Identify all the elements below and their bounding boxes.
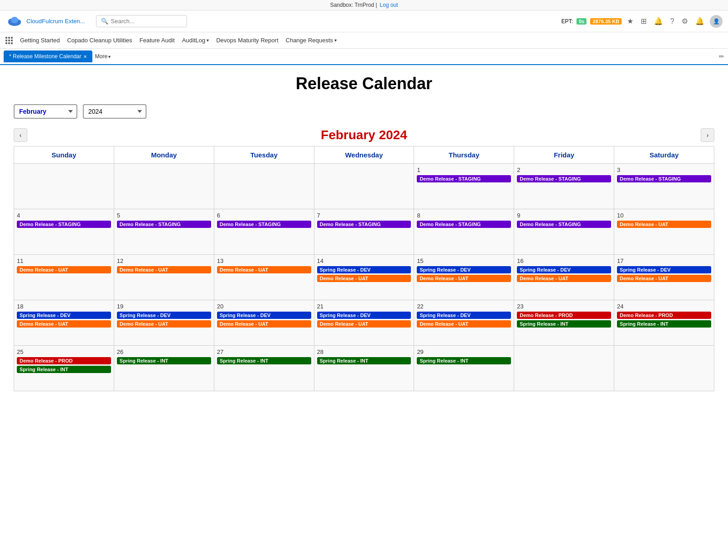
event-pill[interactable]: Demo Release - UAT — [317, 320, 411, 328]
tab-more-chevron: ▾ — [108, 54, 111, 59]
event-pill[interactable]: Spring Release - DEV — [417, 266, 511, 273]
event-pill[interactable]: Demo Release - STAGING — [517, 175, 611, 182]
event-pill[interactable]: Demo Release - STAGING — [617, 175, 711, 182]
nav-right: EPT: 0s 2876.35 KB ★ ⊞ 🔔 ? ⚙ 🔔 👤 — [561, 15, 723, 28]
day-number: 1 — [417, 166, 511, 173]
weekday-header: Monday — [114, 146, 214, 164]
settings-icon[interactable]: ⚙ — [680, 16, 690, 26]
event-pill[interactable]: Demo Release - UAT — [217, 266, 311, 273]
day-number: 14 — [317, 257, 411, 264]
page-title: Release Calendar — [14, 74, 714, 93]
day-number: 13 — [217, 257, 311, 264]
calendar-cell: 21Spring Release - DEVDemo Release - UAT — [314, 300, 414, 346]
event-pill[interactable]: Demo Release - UAT — [117, 266, 211, 273]
event-pill[interactable]: Spring Release - DEV — [17, 312, 111, 319]
year-select[interactable]: 20222023202420252026 — [83, 104, 147, 119]
calendar-week-row: 25Demo Release - PRODSpring Release - IN… — [14, 346, 714, 391]
logout-link[interactable]: Log out — [380, 2, 398, 8]
event-pill[interactable]: Spring Release - INT — [117, 357, 211, 364]
event-pill[interactable]: Demo Release - STAGING — [417, 221, 511, 228]
event-pill[interactable]: Demo Release - UAT — [17, 320, 111, 328]
calendar-cell: 17Spring Release - DEVDemo Release - UAT — [614, 255, 714, 300]
day-number: 29 — [417, 348, 511, 355]
day-number: 10 — [617, 212, 711, 219]
calendar-cell: 7Demo Release - STAGING — [314, 209, 414, 255]
event-pill[interactable]: Demo Release - STAGING — [317, 221, 411, 228]
day-number: 5 — [117, 212, 211, 219]
calendar-cell: 16Spring Release - DEVDemo Release - UAT — [514, 255, 614, 300]
event-pill[interactable]: Spring Release - INT — [417, 357, 511, 364]
event-pill[interactable]: Demo Release - PROD — [17, 357, 111, 364]
calendar-cell: 9Demo Release - STAGING — [514, 209, 614, 255]
event-pill[interactable]: Demo Release - UAT — [417, 320, 511, 328]
event-pill[interactable]: Demo Release - STAGING — [517, 221, 611, 228]
event-pill[interactable]: Demo Release - STAGING — [17, 221, 111, 228]
event-pill[interactable]: Spring Release - INT — [217, 357, 311, 364]
secondary-nav: Getting Started Copado Cleanup Utilities… — [0, 32, 728, 49]
tab-release-milestone[interactable]: * Release Milestone Calendar ✕ — [4, 50, 92, 62]
svg-point-3 — [11, 17, 18, 23]
next-month-button[interactable]: › — [701, 128, 714, 142]
calendar-nav: ‹ February 2024 › — [14, 128, 714, 142]
day-number: 7 — [317, 212, 411, 219]
event-pill[interactable]: Demo Release - UAT — [217, 320, 311, 328]
day-number: 26 — [117, 348, 211, 355]
event-pill[interactable]: Spring Release - DEV — [517, 266, 611, 273]
calendar-cell: 14Spring Release - DEVDemo Release - UAT — [314, 255, 414, 300]
month-select[interactable]: JanuaryFebruaryMarchAprilMayJuneJulyAugu… — [14, 104, 77, 119]
search-bar[interactable]: 🔍 — [96, 15, 187, 27]
event-pill[interactable]: Demo Release - UAT — [517, 275, 611, 282]
apps-grid-icon[interactable] — [5, 37, 13, 44]
ept-value: 0s — [576, 18, 586, 25]
event-pill[interactable]: Spring Release - INT — [617, 320, 711, 328]
nav-getting-started[interactable]: Getting Started — [20, 37, 60, 44]
event-pill[interactable]: Spring Release - DEV — [617, 266, 711, 273]
nav-feature-audit[interactable]: Feature Audit — [140, 37, 175, 44]
nav-copado[interactable]: Copado Cleanup Utilities — [67, 37, 132, 44]
edit-icon[interactable]: ✏ — [719, 53, 724, 60]
event-pill[interactable]: Spring Release - DEV — [317, 266, 411, 273]
nav-change-requests[interactable]: Change Requests ▾ — [286, 37, 337, 44]
search-icon: 🔍 — [101, 18, 108, 25]
search-input[interactable] — [111, 18, 182, 25]
event-pill[interactable]: Demo Release - STAGING — [417, 175, 511, 182]
event-pill[interactable]: Spring Release - INT — [17, 366, 111, 373]
calendar-cell: 4Demo Release - STAGING — [14, 209, 114, 255]
day-number: 25 — [17, 348, 111, 355]
weekday-header: Tuesday — [214, 146, 314, 164]
event-pill[interactable]: Demo Release - UAT — [117, 320, 211, 328]
calendar-cell: 19Spring Release - DEVDemo Release - UAT — [114, 300, 214, 346]
event-pill[interactable]: Demo Release - PROD — [517, 312, 611, 319]
event-pill[interactable]: Spring Release - DEV — [417, 312, 511, 319]
event-pill[interactable]: Demo Release - UAT — [17, 266, 111, 273]
tab-more[interactable]: More ▾ — [95, 53, 111, 60]
event-pill[interactable]: Demo Release - UAT — [417, 275, 511, 282]
nav-auditlog[interactable]: AuditLog ▾ — [182, 37, 209, 44]
expand-icon[interactable]: ⊞ — [639, 16, 648, 26]
event-pill[interactable]: Demo Release - UAT — [617, 275, 711, 282]
event-pill[interactable]: Spring Release - INT — [517, 320, 611, 328]
event-pill[interactable]: Demo Release - PROD — [617, 312, 711, 319]
star-icon[interactable]: ★ — [625, 16, 635, 26]
day-number: 20 — [217, 303, 311, 310]
bell-icon[interactable]: 🔔 — [652, 16, 665, 26]
calendar-cell — [514, 346, 614, 391]
avatar[interactable]: 👤 — [710, 15, 723, 28]
prev-month-button[interactable]: ‹ — [14, 128, 27, 142]
calendar-cell: 29Spring Release - INT — [414, 346, 514, 391]
event-pill[interactable]: Spring Release - DEV — [117, 312, 211, 319]
notifications-icon[interactable]: 🔔 — [693, 16, 706, 26]
event-pill[interactable]: Spring Release - DEV — [317, 312, 411, 319]
event-pill[interactable]: Demo Release - UAT — [317, 275, 411, 282]
tab-close-icon[interactable]: ✕ — [83, 54, 87, 59]
event-pill[interactable]: Demo Release - STAGING — [117, 221, 211, 228]
event-pill[interactable]: Spring Release - DEV — [217, 312, 311, 319]
event-pill[interactable]: Demo Release - STAGING — [217, 221, 311, 228]
nav-devops[interactable]: Devops Maturity Report — [216, 37, 278, 44]
event-pill[interactable]: Spring Release - INT — [317, 357, 411, 364]
event-pill[interactable]: Demo Release - UAT — [617, 221, 711, 228]
help-icon[interactable]: ? — [668, 16, 676, 26]
calendar-month-title: February 2024 — [27, 128, 701, 142]
calendar-cell: 8Demo Release - STAGING — [414, 209, 514, 255]
day-number: 8 — [417, 212, 511, 219]
